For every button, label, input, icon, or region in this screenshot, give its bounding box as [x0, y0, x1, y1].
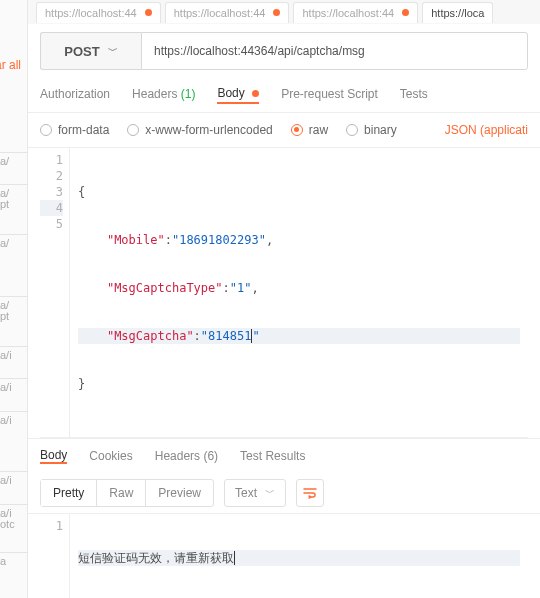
chevron-down-icon: ﹀ [265, 486, 275, 500]
request-tab-label: https://localhost:44 [302, 7, 394, 19]
history-item-fragment[interactable]: a [0, 552, 28, 569]
resp-tab-cookies[interactable]: Cookies [89, 449, 132, 463]
history-item-fragment[interactable]: a/i [0, 346, 28, 363]
view-pretty[interactable]: Pretty [41, 480, 96, 506]
line-no: 3 [40, 184, 63, 200]
editor-gutter: 1 2 3 4 5 [40, 148, 70, 437]
http-method-dropdown[interactable]: POST ﹀ [40, 32, 141, 70]
radio-icon [40, 124, 52, 136]
tab-headers-label: Headers [132, 87, 177, 101]
resp-tab-body[interactable]: Body [40, 448, 67, 464]
json-mobile-value: 18691802293 [179, 233, 258, 247]
url-bar: POST ﹀ https://localhost:44364/api/captc… [40, 32, 528, 70]
open-tabs-strip: https://localhost:44https://localhost:44… [28, 0, 540, 24]
view-raw[interactable]: Raw [96, 480, 145, 506]
request-tab[interactable]: https://localhost:44 [36, 2, 161, 23]
request-tab[interactable]: https://localhost:44 [293, 2, 418, 23]
content-type-dropdown[interactable]: JSON (applicati [445, 123, 528, 137]
body-type-options: form-data x-www-form-urlencoded raw bina… [28, 113, 540, 148]
editor-code: { "Mobile":"18691802293", "MsgCaptchaTyp… [70, 148, 528, 437]
response-text: 短信验证码无效，请重新获取 [78, 551, 234, 565]
opt-urlencoded[interactable]: x-www-form-urlencoded [127, 123, 272, 137]
tab-headers[interactable]: Headers (1) [132, 87, 195, 103]
body-modified-dot-icon [252, 90, 259, 97]
resp-tab-headers-count: (6) [203, 449, 218, 463]
radio-icon [346, 124, 358, 136]
history-item-fragment[interactable]: a/ [0, 152, 28, 169]
line-no: 5 [40, 216, 63, 232]
clear-all-link[interactable]: ar all [0, 58, 21, 72]
resp-tab-headers-label: Headers [155, 449, 200, 463]
request-section-tabs: Authorization Headers (1) Body Pre-reque… [28, 78, 540, 113]
tab-headers-count: (1) [181, 87, 196, 101]
request-body-editor[interactable]: 1 2 3 4 5 { "Mobile":"18691802293", "Msg… [40, 148, 528, 438]
request-tab[interactable]: https://loca [422, 2, 493, 23]
response-view-mode: Pretty Raw Preview [40, 479, 214, 507]
response-section-tabs: Body Cookies Headers (6) Test Results [28, 438, 540, 473]
opt-raw[interactable]: raw [291, 123, 328, 137]
resp-tab-headers[interactable]: Headers (6) [155, 449, 218, 463]
modified-dot-icon [145, 9, 152, 16]
line-no: 2 [40, 168, 63, 184]
line-no: 1 [40, 518, 63, 534]
tab-authorization[interactable]: Authorization [40, 87, 110, 103]
tab-tests[interactable]: Tests [400, 87, 428, 103]
http-method-value: POST [64, 44, 99, 59]
opt-binary[interactable]: binary [346, 123, 397, 137]
url-input[interactable]: https://localhost:44364/api/captcha/msg [141, 32, 528, 70]
request-tab[interactable]: https://localhost:44 [165, 2, 290, 23]
line-no: 4 [40, 200, 63, 216]
history-sidebar: ar all a/a/pta/a/pta/ia/ia/ia/ia/iotca [0, 0, 28, 598]
radio-checked-icon [291, 124, 303, 136]
line-no: 1 [40, 152, 63, 168]
opt-binary-label: binary [364, 123, 397, 137]
history-item-fragment[interactable]: a/i [0, 471, 28, 488]
url-text: https://localhost:44364/api/captcha/msg [154, 44, 365, 58]
history-item-fragment[interactable]: pt [0, 308, 28, 324]
modified-dot-icon [273, 9, 280, 16]
tab-body[interactable]: Body [217, 86, 259, 104]
toggle-wrap-button[interactable] [296, 479, 324, 507]
resp-editor-gutter: 1 [40, 514, 70, 598]
modified-dot-icon [402, 9, 409, 16]
history-item-fragment[interactable]: a/i [0, 378, 28, 395]
response-format-dropdown[interactable]: Text ﹀ [224, 479, 286, 507]
radio-icon [127, 124, 139, 136]
opt-formdata-label: form-data [58, 123, 109, 137]
response-view-controls: Pretty Raw Preview Text ﹀ [28, 473, 540, 514]
tab-body-label: Body [217, 86, 244, 100]
json-type-value: 1 [237, 281, 244, 295]
request-tab-label: https://localhost:44 [174, 7, 266, 19]
resp-tab-tests[interactable]: Test Results [240, 449, 305, 463]
history-item-fragment[interactable]: a/i [0, 411, 28, 428]
opt-urlencoded-label: x-www-form-urlencoded [145, 123, 272, 137]
opt-formdata[interactable]: form-data [40, 123, 109, 137]
history-item-fragment[interactable]: pt [0, 196, 28, 212]
json-captcha-value: 814851 [208, 329, 251, 343]
request-tab-label: https://localhost:44 [45, 7, 137, 19]
resp-editor-code: 短信验证码无效，请重新获取 [70, 514, 528, 598]
view-preview[interactable]: Preview [145, 480, 213, 506]
opt-raw-label: raw [309, 123, 328, 137]
chevron-down-icon: ﹀ [108, 44, 118, 58]
request-panel: https://localhost:44https://localhost:44… [28, 0, 540, 598]
request-tab-label: https://loca [431, 7, 484, 19]
history-item-fragment[interactable]: otc [0, 516, 28, 532]
wrap-icon [303, 486, 317, 500]
history-item-fragment[interactable]: a/ [0, 234, 28, 251]
tab-prerequest[interactable]: Pre-request Script [281, 87, 378, 103]
response-format-value: Text [235, 486, 257, 500]
response-body-editor[interactable]: 1 短信验证码无效，请重新获取 [40, 514, 528, 598]
